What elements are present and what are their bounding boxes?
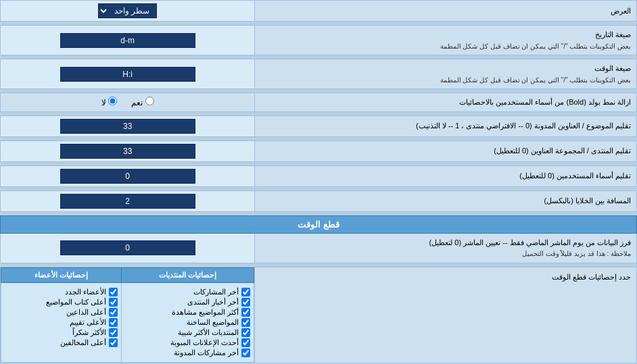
time-cut-section-title: قطع الوقت: [1, 215, 637, 233]
time-cut-input[interactable]: [60, 240, 195, 255]
cb-member-2-label: أعلى كتاب المواضيع: [46, 298, 106, 307]
cb-member-4-row: الأعلى تقييم: [5, 318, 118, 327]
cb-forum-3-label: أكثر المواضيع مشاهدة: [172, 308, 239, 317]
cb-forum-7-row: أخر مشاركات المدونة: [125, 348, 250, 357]
topics-order-label: تقليم الموضوع / العناوين المدونة (0 -- ا…: [255, 115, 637, 136]
ard-label: العرض: [255, 1, 637, 22]
cb-member-3-row: أعلى الداعين: [5, 308, 118, 317]
cb-forum-4-row: المواضيع الساخنة: [125, 318, 250, 327]
cb-member-5-label: الأكثر شكراً: [72, 328, 106, 337]
cb-member-4-label: الأعلى تقييم: [70, 318, 106, 327]
cb-forum-6-row: أحدث الإعلانات المبوبة: [125, 338, 250, 347]
stats-columns-cell: إحصائيات المنتديات إحصائيات الأعضاء أخر …: [1, 267, 255, 363]
date-format-title: صيغة التاريخ: [595, 30, 631, 38]
cb-forum-3[interactable]: [241, 308, 250, 317]
bold-yes-label: نعم: [129, 98, 154, 107]
time-format-input[interactable]: [60, 67, 195, 82]
cb-member-5-row: الأكثر شكراً: [5, 328, 118, 337]
satr-wahed-select[interactable]: سطر واحد: [98, 3, 157, 18]
time-cut-title: فرز البيانات من يوم الماشر الماضي فقط --…: [429, 238, 631, 246]
topics-order-input[interactable]: [60, 119, 195, 134]
forum-order-input[interactable]: [60, 144, 195, 159]
cell-spacing-input[interactable]: [60, 194, 195, 209]
cb-forum-1-row: أخر المشاركات: [125, 288, 250, 296]
cb-member-2[interactable]: [109, 298, 118, 307]
satr-wahed-cell: سطر واحد (function(){ var sel = document…: [1, 1, 255, 22]
col-forum-stats-header: إحصائيات المنتديات: [122, 267, 254, 282]
cb-member-1-label: الأعضاء الجدد: [65, 288, 106, 296]
cb-forum-7[interactable]: [241, 348, 250, 357]
col-member-stats-header: إحصائيات الأعضاء: [1, 267, 122, 282]
cb-forum-4[interactable]: [241, 318, 250, 327]
date-format-cell: [1, 26, 255, 55]
cb-forum-6-label: أحدث الإعلانات المبوبة: [170, 338, 239, 347]
date-format-input[interactable]: [60, 33, 195, 48]
forum-order-cell: [1, 140, 255, 161]
cb-member-2-row: أعلى كتاب المواضيع: [5, 298, 118, 307]
member-stats-col: الأعضاء الجدد أعلى كتاب المواضيع أعلى ال…: [1, 282, 122, 362]
cb-forum-5-label: المنتديات الأكثر شبية: [178, 328, 239, 337]
date-format-label: صيغة التاريخ بعض التكوينات يتطلب "/" الت…: [255, 26, 637, 55]
cb-forum-7-label: أخر مشاركات المدونة: [174, 348, 239, 357]
bold-no-text: لا: [101, 98, 106, 107]
cb-member-3-label: أعلى الداعين: [66, 308, 106, 317]
users-order-cell: [1, 165, 255, 186]
time-cut-label: فرز البيانات من يوم الماشر الماضي فقط --…: [255, 233, 637, 263]
time-cut-sub: ملاحظة : هذا قد يزيد قليلاً وقت التحميل: [522, 250, 631, 257]
cb-forum-2-label: أخر أخبار المنتدى: [187, 298, 239, 307]
users-order-label: تقليم أسماء المستخدمين (0 للتعطيل): [255, 165, 637, 186]
cb-member-1[interactable]: [109, 288, 118, 296]
cb-forum-6[interactable]: [241, 338, 250, 347]
stats-limit-label: حدد إحصائيات قطع الوقت: [255, 267, 637, 363]
cb-member-3[interactable]: [109, 308, 118, 317]
cb-forum-3-row: أكثر المواضيع مشاهدة: [125, 308, 250, 317]
cb-member-5[interactable]: [109, 328, 118, 337]
bold-remove-label: ازالة نمط بولد (Bold) من أسماء المستخدمي…: [255, 93, 637, 112]
cell-spacing-label: المسافة بين الخلايا (بالبكسل): [255, 190, 637, 211]
forum-stats-col: أخر المشاركات أخر أخبار المنتدى أكثر الم…: [122, 282, 254, 362]
cb-forum-4-label: المواضيع الساخنة: [187, 318, 239, 327]
cb-member-6-label: أعلى المخالفين: [60, 338, 106, 347]
cb-forum-5-row: المنتديات الأكثر شبية: [125, 328, 250, 337]
forum-order-label: تقليم المنتدى / المجموعة العناوين (0 للت…: [255, 140, 637, 161]
bold-yes-text: نعم: [131, 98, 143, 107]
cb-member-4[interactable]: [109, 318, 118, 327]
cb-forum-1[interactable]: [241, 288, 250, 296]
cell-spacing-cell: [1, 190, 255, 211]
date-format-sub: بعض التكوينات يتطلب "/" التي يمكن ان تضا…: [440, 43, 631, 50]
bold-yes-radio[interactable]: [145, 97, 154, 105]
time-format-title: صيغة الوقت: [594, 64, 631, 72]
cb-member-6[interactable]: [109, 338, 118, 347]
cb-member-1-row: الأعضاء الجدد: [5, 288, 118, 296]
bold-remove-cell: نعم لا: [1, 93, 255, 112]
time-cut-cell: [1, 233, 255, 263]
users-order-input[interactable]: [60, 169, 195, 184]
cb-forum-2-row: أخر أخبار المنتدى: [125, 298, 250, 307]
topics-order-cell: [1, 115, 255, 136]
time-format-cell: [1, 59, 255, 89]
bold-no-label: لا: [101, 98, 117, 107]
cb-forum-1-label: أخر المشاركات: [193, 288, 239, 296]
time-format-label: صيغة الوقت بعض التكوينات يتطلب "/" التي …: [255, 59, 637, 89]
cb-member-6-row: أعلى المخالفين: [5, 338, 118, 347]
time-format-sub: بعض التكوينات يتطلب "/" التي يمكن ان تضا…: [440, 76, 631, 84]
cb-forum-5[interactable]: [241, 328, 250, 337]
bold-no-radio[interactable]: [108, 97, 117, 105]
cb-forum-2[interactable]: [241, 298, 250, 307]
